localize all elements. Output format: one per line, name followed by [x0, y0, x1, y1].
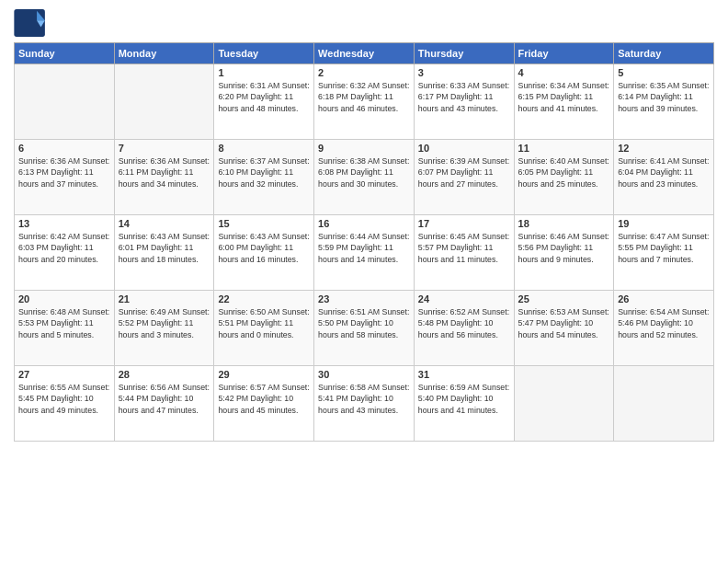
day-info: Sunrise: 6:55 AM Sunset: 5:45 PM Dayligh…	[18, 382, 110, 416]
day-cell: 16Sunrise: 6:44 AM Sunset: 5:59 PM Dayli…	[314, 215, 415, 291]
day-cell: 17Sunrise: 6:45 AM Sunset: 5:57 PM Dayli…	[414, 215, 514, 291]
day-cell: 10Sunrise: 6:39 AM Sunset: 6:07 PM Dayli…	[414, 140, 514, 215]
day-number: 31	[418, 369, 510, 380]
day-number: 1	[218, 67, 310, 78]
day-number: 21	[119, 293, 210, 304]
day-number: 13	[18, 218, 110, 229]
day-number: 24	[418, 293, 510, 304]
header-cell-saturday: Saturday	[614, 43, 714, 64]
day-number: 27	[18, 369, 110, 380]
day-number: 20	[18, 293, 110, 304]
day-number: 29	[218, 369, 310, 380]
week-row-1: 1Sunrise: 6:31 AM Sunset: 6:20 PM Daylig…	[15, 64, 714, 140]
day-info: Sunrise: 6:34 AM Sunset: 6:15 PM Dayligh…	[518, 80, 610, 114]
day-number: 4	[518, 67, 610, 78]
day-number: 22	[218, 293, 310, 304]
day-info: Sunrise: 6:54 AM Sunset: 5:46 PM Dayligh…	[618, 306, 710, 340]
day-info: Sunrise: 6:53 AM Sunset: 5:47 PM Dayligh…	[518, 306, 610, 340]
day-cell: 21Sunrise: 6:49 AM Sunset: 5:52 PM Dayli…	[114, 291, 214, 366]
day-info: Sunrise: 6:39 AM Sunset: 6:07 PM Dayligh…	[418, 155, 510, 190]
day-number: 7	[119, 143, 210, 154]
day-number: 14	[119, 218, 210, 229]
day-info: Sunrise: 6:44 AM Sunset: 5:59 PM Dayligh…	[318, 231, 410, 265]
logo	[14, 9, 51, 37]
day-number: 6	[18, 143, 110, 154]
header-row: SundayMondayTuesdayWednesdayThursdayFrid…	[15, 43, 714, 64]
day-info: Sunrise: 6:42 AM Sunset: 6:03 PM Dayligh…	[18, 231, 110, 265]
calendar-table: SundayMondayTuesdayWednesdayThursdayFrid…	[14, 42, 714, 442]
day-info: Sunrise: 6:37 AM Sunset: 6:10 PM Dayligh…	[218, 155, 310, 190]
day-info: Sunrise: 6:49 AM Sunset: 5:52 PM Dayligh…	[119, 306, 210, 340]
day-cell	[614, 366, 714, 442]
day-number: 18	[518, 218, 610, 229]
day-cell: 7Sunrise: 6:36 AM Sunset: 6:11 PM Daylig…	[114, 140, 214, 215]
day-cell: 5Sunrise: 6:35 AM Sunset: 6:14 PM Daylig…	[614, 64, 714, 140]
header-cell-tuesday: Tuesday	[214, 43, 314, 64]
day-cell: 20Sunrise: 6:48 AM Sunset: 5:53 PM Dayli…	[15, 291, 115, 366]
day-cell: 4Sunrise: 6:34 AM Sunset: 6:15 PM Daylig…	[514, 64, 614, 140]
day-info: Sunrise: 6:33 AM Sunset: 6:17 PM Dayligh…	[418, 80, 510, 114]
day-info: Sunrise: 6:40 AM Sunset: 6:05 PM Dayligh…	[518, 155, 610, 190]
day-cell	[15, 64, 115, 140]
day-number: 26	[618, 293, 710, 304]
day-info: Sunrise: 6:36 AM Sunset: 6:11 PM Dayligh…	[119, 155, 210, 190]
day-info: Sunrise: 6:31 AM Sunset: 6:20 PM Dayligh…	[218, 80, 310, 114]
day-number: 5	[618, 67, 710, 78]
day-info: Sunrise: 6:41 AM Sunset: 6:04 PM Dayligh…	[618, 155, 710, 190]
day-number: 28	[119, 369, 210, 380]
header-cell-monday: Monday	[114, 43, 214, 64]
day-cell: 25Sunrise: 6:53 AM Sunset: 5:47 PM Dayli…	[514, 291, 614, 366]
day-cell: 28Sunrise: 6:56 AM Sunset: 5:44 PM Dayli…	[114, 366, 214, 442]
day-info: Sunrise: 6:48 AM Sunset: 5:53 PM Dayligh…	[18, 306, 110, 340]
day-info: Sunrise: 6:51 AM Sunset: 5:50 PM Dayligh…	[318, 306, 410, 340]
day-cell: 23Sunrise: 6:51 AM Sunset: 5:50 PM Dayli…	[314, 291, 415, 366]
day-cell: 24Sunrise: 6:52 AM Sunset: 5:48 PM Dayli…	[414, 291, 514, 366]
header-cell-friday: Friday	[514, 43, 614, 64]
day-cell: 31Sunrise: 6:59 AM Sunset: 5:40 PM Dayli…	[414, 366, 514, 442]
day-number: 25	[518, 293, 610, 304]
day-number: 9	[318, 143, 410, 154]
day-info: Sunrise: 6:43 AM Sunset: 6:00 PM Dayligh…	[218, 231, 310, 265]
header-cell-sunday: Sunday	[15, 43, 115, 64]
week-row-3: 13Sunrise: 6:42 AM Sunset: 6:03 PM Dayli…	[15, 215, 714, 291]
day-number: 8	[218, 143, 310, 154]
day-number: 30	[318, 369, 410, 380]
header	[14, 9, 714, 37]
day-cell: 2Sunrise: 6:32 AM Sunset: 6:18 PM Daylig…	[314, 64, 415, 140]
day-cell: 6Sunrise: 6:36 AM Sunset: 6:13 PM Daylig…	[15, 140, 115, 215]
day-info: Sunrise: 6:47 AM Sunset: 5:55 PM Dayligh…	[618, 231, 710, 265]
day-cell: 27Sunrise: 6:55 AM Sunset: 5:45 PM Dayli…	[15, 366, 115, 442]
week-row-2: 6Sunrise: 6:36 AM Sunset: 6:13 PM Daylig…	[15, 140, 714, 215]
day-number: 11	[518, 143, 610, 154]
day-number: 2	[318, 67, 410, 78]
day-number: 23	[318, 293, 410, 304]
day-info: Sunrise: 6:38 AM Sunset: 6:08 PM Dayligh…	[318, 155, 410, 190]
day-cell: 22Sunrise: 6:50 AM Sunset: 5:51 PM Dayli…	[214, 291, 314, 366]
day-info: Sunrise: 6:58 AM Sunset: 5:41 PM Dayligh…	[318, 382, 410, 416]
header-cell-thursday: Thursday	[414, 43, 514, 64]
day-cell: 30Sunrise: 6:58 AM Sunset: 5:41 PM Dayli…	[314, 366, 415, 442]
day-info: Sunrise: 6:59 AM Sunset: 5:40 PM Dayligh…	[418, 382, 510, 416]
day-number: 16	[318, 218, 410, 229]
day-number: 17	[418, 218, 510, 229]
week-row-4: 20Sunrise: 6:48 AM Sunset: 5:53 PM Dayli…	[15, 291, 714, 366]
day-cell: 1Sunrise: 6:31 AM Sunset: 6:20 PM Daylig…	[214, 64, 314, 140]
header-cell-wednesday: Wednesday	[314, 43, 415, 64]
day-cell: 11Sunrise: 6:40 AM Sunset: 6:05 PM Dayli…	[514, 140, 614, 215]
day-info: Sunrise: 6:35 AM Sunset: 6:14 PM Dayligh…	[618, 80, 710, 114]
day-cell: 15Sunrise: 6:43 AM Sunset: 6:00 PM Dayli…	[214, 215, 314, 291]
day-number: 15	[218, 218, 310, 229]
day-info: Sunrise: 6:32 AM Sunset: 6:18 PM Dayligh…	[318, 80, 410, 114]
day-info: Sunrise: 6:36 AM Sunset: 6:13 PM Dayligh…	[18, 155, 110, 190]
day-cell	[114, 64, 214, 140]
day-info: Sunrise: 6:50 AM Sunset: 5:51 PM Dayligh…	[218, 306, 310, 340]
day-info: Sunrise: 6:52 AM Sunset: 5:48 PM Dayligh…	[418, 306, 510, 340]
day-cell: 8Sunrise: 6:37 AM Sunset: 6:10 PM Daylig…	[214, 140, 314, 215]
day-info: Sunrise: 6:56 AM Sunset: 5:44 PM Dayligh…	[119, 382, 210, 416]
logo-icon	[14, 9, 47, 37]
day-info: Sunrise: 6:46 AM Sunset: 5:56 PM Dayligh…	[518, 231, 610, 265]
day-number: 12	[618, 143, 710, 154]
day-cell	[514, 366, 614, 442]
day-cell: 13Sunrise: 6:42 AM Sunset: 6:03 PM Dayli…	[15, 215, 115, 291]
day-number: 10	[418, 143, 510, 154]
